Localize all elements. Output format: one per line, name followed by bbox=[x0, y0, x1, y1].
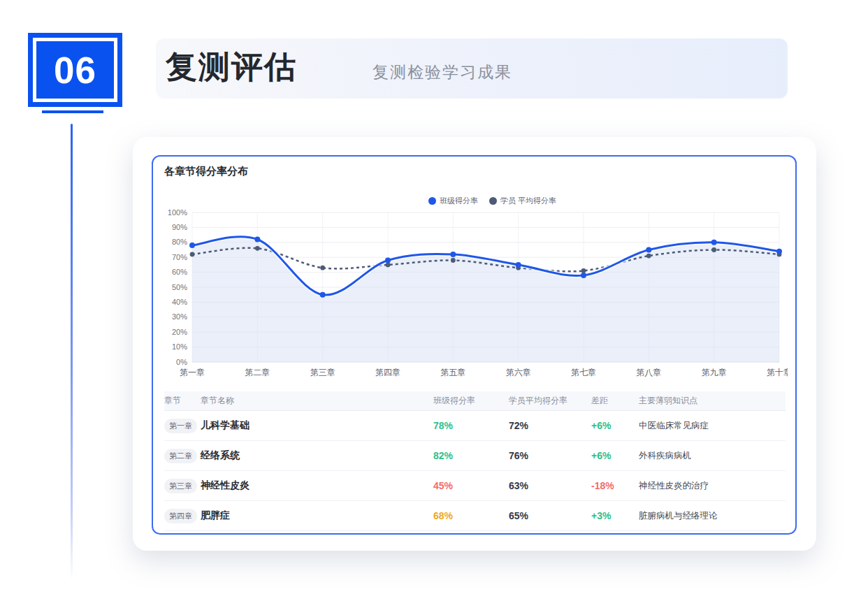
svg-text:10%: 10% bbox=[172, 342, 187, 351]
svg-text:第二章: 第二章 bbox=[245, 368, 270, 377]
chapter-name: 肥胖症 bbox=[201, 509, 433, 522]
table-row: 第四章 肥胖症 68% 65% +3% 脏腑病机与经络理论 bbox=[164, 501, 786, 531]
class-rate-value: 68% bbox=[433, 510, 509, 521]
svg-text:70%: 70% bbox=[172, 253, 187, 261]
diff-value: +6% bbox=[591, 450, 639, 461]
avg-rate-value: 72% bbox=[509, 420, 591, 431]
report-card: 各章节得分率分布 班级得分率 学员 平均得分率 0%10%20%30%40%50… bbox=[152, 155, 797, 535]
svg-text:90%: 90% bbox=[172, 223, 187, 231]
legend-label-class-rate: 班级得分率 bbox=[440, 196, 478, 206]
table-row: 第一章 儿科学基础 78% 72% +6% 中医临床常见病症 bbox=[164, 411, 786, 441]
chapter-badge: 第三章 bbox=[164, 479, 197, 493]
avg-rate-value: 65% bbox=[509, 510, 591, 521]
chart-legend: 班级得分率 学员 平均得分率 bbox=[171, 196, 813, 206]
svg-text:第九章: 第九章 bbox=[702, 368, 727, 377]
section-number-badge-fill: 06 bbox=[36, 41, 114, 99]
badge-underline bbox=[42, 110, 103, 113]
svg-text:第七章: 第七章 bbox=[571, 368, 596, 377]
chapter-badge: 第四章 bbox=[164, 509, 197, 523]
legend-dot-student-avg bbox=[489, 197, 497, 205]
diff-value: -18% bbox=[591, 480, 639, 491]
chapter-badge: 第二章 bbox=[164, 449, 197, 463]
chapter-badge: 第一章 bbox=[164, 419, 197, 433]
class-rate-value: 45% bbox=[433, 480, 509, 491]
svg-text:20%: 20% bbox=[172, 328, 187, 336]
svg-text:40%: 40% bbox=[172, 298, 187, 306]
col-header-class-rate: 班级得分率 bbox=[433, 395, 509, 407]
avg-rate-value: 76% bbox=[509, 450, 591, 461]
legend-label-student-avg: 学员 平均得分率 bbox=[500, 196, 556, 206]
chapter-name: 儿科学基础 bbox=[201, 419, 433, 432]
col-header-chapter: 章节 bbox=[164, 395, 201, 407]
class-rate-value: 78% bbox=[433, 420, 509, 431]
page-title: 复测评估 bbox=[166, 46, 297, 88]
chapter-score-table: 章节 章节名称 班级得分率 学员平均得分率 差距 主要薄弱知识点 第一章 儿科学… bbox=[164, 391, 786, 531]
table-header-row: 章节 章节名称 班级得分率 学员平均得分率 差距 主要薄弱知识点 bbox=[164, 391, 786, 411]
col-header-avg-rate: 学员平均得分率 bbox=[509, 395, 591, 407]
section-number: 06 bbox=[54, 49, 96, 92]
svg-text:第一章: 第一章 bbox=[180, 368, 205, 377]
weak-point: 中医临床常见病症 bbox=[639, 420, 786, 432]
svg-text:第八章: 第八章 bbox=[636, 368, 661, 377]
svg-text:60%: 60% bbox=[172, 268, 187, 276]
weak-point: 神经性皮炎的治疗 bbox=[639, 480, 786, 492]
svg-text:30%: 30% bbox=[172, 312, 187, 321]
svg-text:第三章: 第三章 bbox=[310, 368, 335, 377]
chapter-name: 神经性皮炎 bbox=[201, 479, 433, 492]
svg-text:0%: 0% bbox=[176, 358, 187, 366]
legend-item-student-avg[interactable]: 学员 平均得分率 bbox=[489, 196, 556, 206]
col-header-diff: 差距 bbox=[591, 395, 639, 407]
diff-value: +6% bbox=[591, 420, 639, 431]
section-number-badge: 06 bbox=[28, 33, 122, 107]
avg-rate-value: 63% bbox=[509, 480, 591, 491]
svg-text:第六章: 第六章 bbox=[506, 368, 531, 377]
col-header-weak-point: 主要薄弱知识点 bbox=[639, 395, 786, 407]
vertical-accent-line bbox=[71, 124, 73, 580]
svg-text:50%: 50% bbox=[172, 283, 187, 291]
class-rate-value: 82% bbox=[433, 450, 509, 461]
score-distribution-chart: 0%10%20%30%40%50%60%70%80%90%100%第一章第二章第… bbox=[161, 207, 788, 383]
col-header-chapter-name: 章节名称 bbox=[201, 395, 433, 407]
svg-text:80%: 80% bbox=[172, 238, 187, 246]
diff-value: +3% bbox=[591, 510, 639, 521]
chapter-name: 经络系统 bbox=[201, 449, 433, 462]
table-row: 第三章 神经性皮炎 45% 63% -18% 神经性皮炎的治疗 bbox=[164, 471, 786, 501]
svg-text:第五章: 第五章 bbox=[440, 368, 465, 377]
legend-item-class-rate[interactable]: 班级得分率 bbox=[428, 196, 478, 206]
svg-text:第四章: 第四章 bbox=[375, 368, 400, 377]
svg-text:第十章: 第十章 bbox=[767, 368, 788, 377]
weak-point: 脏腑病机与经络理论 bbox=[639, 510, 786, 522]
page-subtitle: 复测检验学习成果 bbox=[372, 61, 512, 83]
table-row: 第二章 经络系统 82% 76% +6% 外科疾病病机 bbox=[164, 441, 786, 471]
legend-dot-class-rate bbox=[428, 197, 436, 205]
chart-title: 各章节得分率分布 bbox=[164, 165, 248, 178]
svg-text:100%: 100% bbox=[168, 208, 187, 217]
weak-point: 外科疾病病机 bbox=[639, 450, 786, 462]
